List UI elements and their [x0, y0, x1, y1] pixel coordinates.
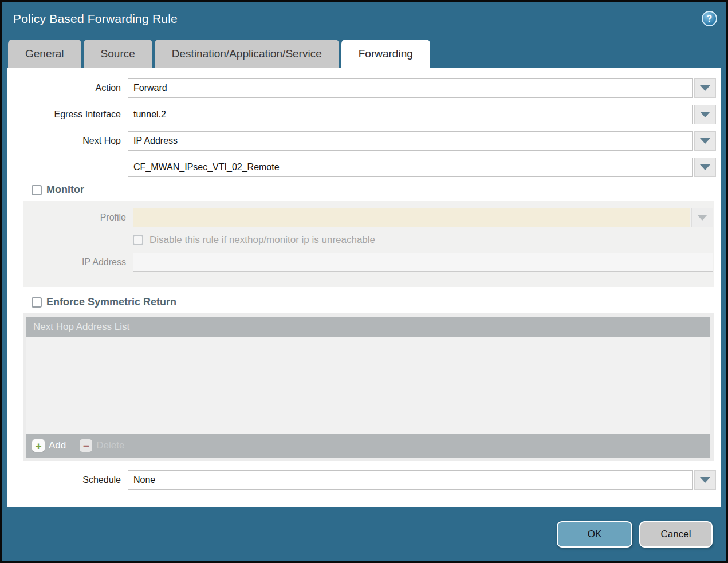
tab-source[interactable]: Source: [84, 40, 152, 68]
ok-button[interactable]: OK: [557, 521, 632, 548]
enforce-legend-label: Enforce Symmetric Return: [46, 296, 176, 308]
next-hop-address-list-panel: Next Hop Address List + Add − Delete: [23, 313, 714, 461]
disable-rule-checkbox: [133, 235, 143, 245]
egress-interface-label: Egress Interface: [7, 109, 128, 120]
egress-interface-select[interactable]: tunnel.2: [128, 105, 693, 124]
add-button[interactable]: + Add: [32, 439, 66, 452]
dialog-footer: OK Cancel: [2, 507, 726, 561]
monitor-ip-address-input: [133, 253, 713, 272]
schedule-select[interactable]: None: [128, 470, 693, 490]
fieldset-line: [23, 190, 27, 190]
cancel-button[interactable]: Cancel: [639, 521, 713, 548]
schedule-dropdown-button[interactable]: [694, 470, 716, 490]
next-hop-address-dropdown-button[interactable]: [694, 158, 716, 177]
monitor-profile-row: Profile: [23, 208, 713, 227]
delete-button-label: Delete: [96, 440, 124, 451]
monitor-fieldset: Monitor Profile Disable this rule if nex…: [23, 184, 714, 287]
egress-interface-row: Egress Interface tunnel.2: [7, 105, 716, 124]
fieldset-line: [182, 302, 714, 302]
chevron-down-icon: [700, 477, 710, 483]
monitor-panel: Profile Disable this rule if nexthop/mon…: [23, 201, 714, 287]
delete-button: − Delete: [80, 439, 124, 452]
dialog-title: Policy Based Forwarding Rule: [13, 12, 702, 26]
schedule-row: Schedule None: [7, 470, 716, 490]
schedule-label: Schedule: [7, 475, 128, 485]
monitor-ip-address-row: IP Address: [23, 253, 713, 272]
disable-rule-label: Disable this rule if nexthop/monitor ip …: [149, 234, 375, 246]
chevron-down-icon: [697, 215, 707, 221]
help-icon[interactable]: ?: [702, 11, 717, 26]
monitor-profile-label: Profile: [23, 212, 133, 223]
plus-icon: +: [32, 439, 45, 452]
monitor-legend-label: Monitor: [46, 184, 84, 196]
enforce-symmetric-return-checkbox[interactable]: [32, 297, 42, 308]
chevron-down-icon: [700, 138, 710, 144]
chevron-down-icon: [700, 164, 710, 170]
monitor-profile-dropdown-button: [691, 208, 713, 227]
monitor-profile-select: [133, 208, 690, 227]
tab-content-forwarding: Action Forward Egress Interface tunnel.2…: [7, 68, 721, 507]
action-label: Action: [7, 83, 128, 93]
next-hop-address-list-footer: + Add − Delete: [26, 434, 710, 458]
pbf-rule-dialog: Policy Based Forwarding Rule ? General S…: [0, 0, 728, 563]
minus-icon: −: [80, 439, 92, 452]
title-bar: Policy Based Forwarding Rule ?: [2, 2, 726, 36]
tab-general[interactable]: General: [8, 40, 81, 68]
next-hop-row: Next Hop IP Address: [7, 131, 716, 151]
tab-destination-application-service[interactable]: Destination/Application/Service: [155, 40, 339, 68]
egress-interface-dropdown-button[interactable]: [694, 105, 716, 124]
monitor-legend-row: Monitor: [23, 184, 714, 196]
monitor-ip-address-label: IP Address: [23, 257, 133, 267]
fieldset-line: [23, 302, 27, 302]
enforce-legend-row: Enforce Symmetric Return: [23, 296, 714, 308]
enforce-symmetric-return-fieldset: Enforce Symmetric Return Next Hop Addres…: [23, 296, 714, 461]
add-button-label: Add: [49, 440, 66, 451]
tab-forwarding[interactable]: Forwarding: [341, 40, 430, 68]
next-hop-address-row: CF_MWAN_IPsec_VTI_02_Remote: [7, 158, 716, 177]
next-hop-address-list-body[interactable]: [26, 337, 710, 434]
action-row: Action Forward: [7, 78, 716, 98]
next-hop-address-list-header: Next Hop Address List: [26, 317, 710, 337]
monitor-checkbox[interactable]: [32, 185, 42, 195]
chevron-down-icon: [700, 85, 710, 91]
next-hop-address-select[interactable]: CF_MWAN_IPsec_VTI_02_Remote: [128, 158, 693, 177]
next-hop-type-select[interactable]: IP Address: [128, 131, 693, 151]
monitor-disable-rule-row: Disable this rule if nexthop/monitor ip …: [133, 234, 714, 246]
next-hop-dropdown-button[interactable]: [694, 131, 716, 151]
next-hop-label: Next Hop: [7, 136, 128, 146]
fieldset-line: [90, 190, 714, 190]
action-dropdown-button[interactable]: [694, 78, 716, 98]
tab-strip: General Source Destination/Application/S…: [2, 36, 726, 68]
chevron-down-icon: [700, 112, 710, 117]
action-select[interactable]: Forward: [128, 78, 693, 98]
